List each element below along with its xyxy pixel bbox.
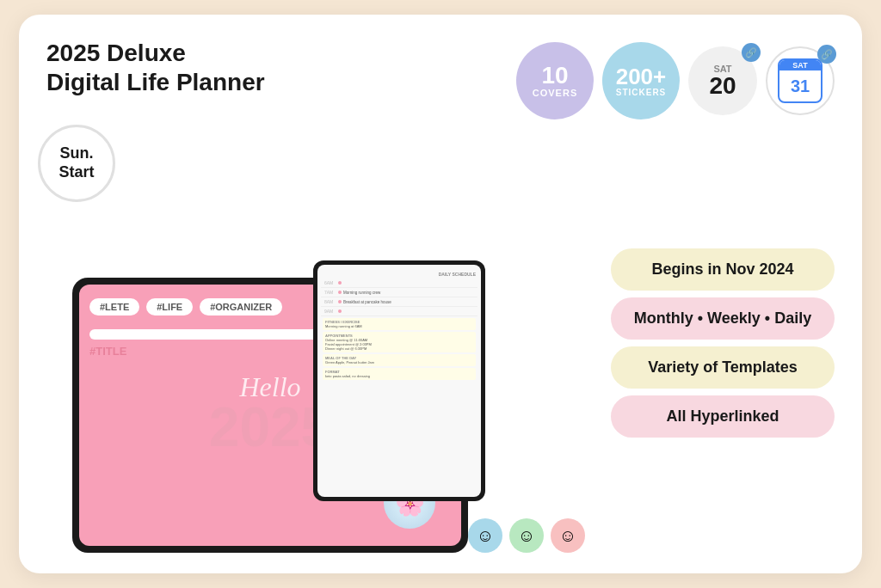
title-block: 2025 Deluxe Digital Life Planner bbox=[46, 39, 265, 96]
appointments-section: APPOINTMENTS Online meeting @ 11:00AM Fa… bbox=[323, 332, 476, 352]
feature-begins: Begins in Nov 2024 bbox=[611, 248, 835, 291]
feature-variety: Variety of Templates bbox=[611, 346, 835, 389]
main-card: 2025 Deluxe Digital Life Planner 10 COVE… bbox=[19, 15, 862, 573]
circle-green: ☺ bbox=[509, 518, 544, 553]
bottom-circles: ☺ ☺ ☺ bbox=[468, 518, 585, 553]
gcal-inner: SAT 31 bbox=[778, 58, 822, 103]
feature-monthly: Monthly • Weekly • Daily bbox=[611, 297, 835, 340]
link-icon-2: 🔗 bbox=[817, 45, 836, 64]
left-panel: Sun. Start #LETE #LIFE #ORGANIZER → #TIT… bbox=[46, 133, 585, 553]
google-calendar-badge: 🔗 SAT 31 bbox=[766, 46, 835, 115]
right-panel: Begins in Nov 2024 Monthly • Weekly • Da… bbox=[602, 133, 835, 553]
tag-1: #LETE bbox=[89, 298, 139, 315]
tag-2: #LIFE bbox=[146, 298, 193, 315]
link-icon: 🔗 bbox=[742, 43, 761, 62]
badges-row: 10 COVERS 200+ STICKERS 🔗 SAT 20 🔗 SAT 3… bbox=[516, 42, 835, 119]
circle-pink: ☺ bbox=[551, 518, 585, 553]
format-section: FORMAT keto pasta salad, no dressing bbox=[323, 368, 476, 380]
top-section: 2025 Deluxe Digital Life Planner 10 COVE… bbox=[46, 39, 835, 119]
sun-start-badge: Sun. Start bbox=[38, 125, 115, 202]
tag-3: #ORGANIZER bbox=[200, 298, 282, 315]
tablet-main: #LETE #LIFE #ORGANIZER → #TITLE Hello 20… bbox=[72, 278, 468, 553]
tablet-secondary: DAILY SCHEDULE 6AM 7AM Morning running c… bbox=[313, 260, 485, 501]
stickers-badge: 200+ STICKERS bbox=[602, 42, 680, 119]
main-content: Sun. Start #LETE #LIFE #ORGANIZER → #TIT… bbox=[46, 133, 835, 553]
meal-section: MEAL OF THE DAY Green Apple, Peanut butt… bbox=[323, 354, 476, 366]
tablet-screen-secondary: DAILY SCHEDULE 6AM 7AM Morning running c… bbox=[317, 265, 481, 497]
circle-blue: ☺ bbox=[468, 518, 502, 553]
calendar-date-badge: 🔗 SAT 20 bbox=[688, 46, 757, 115]
fitness-section: FITNESS / EXERCISE Morning running at 6A… bbox=[323, 318, 476, 330]
page-title: 2025 Deluxe Digital Life Planner bbox=[46, 39, 265, 96]
sched-row-3: 8AM Breakfast at pancake house bbox=[321, 297, 477, 307]
sched-row-2: 7AM Morning running crew bbox=[321, 288, 477, 297]
covers-badge: 10 COVERS bbox=[516, 42, 594, 119]
schedule-header: DAILY SCHEDULE bbox=[321, 270, 477, 279]
feature-hyperlinked: All Hyperlinked bbox=[611, 395, 835, 438]
sched-row-1: 6AM bbox=[321, 279, 477, 288]
sched-row-4: 9AM bbox=[321, 307, 477, 316]
